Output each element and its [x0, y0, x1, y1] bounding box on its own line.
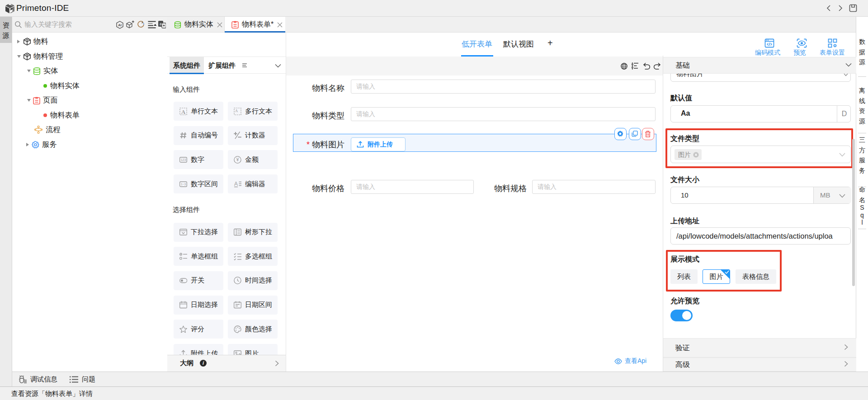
svg-text:123: 123 — [181, 158, 186, 161]
svg-text:A: A — [181, 108, 185, 115]
svg-text:1~3: 1~3 — [181, 183, 186, 186]
svg-text:AI: AI — [118, 23, 122, 27]
svg-text:a: a — [160, 22, 162, 26]
svg-text:¥: ¥ — [236, 157, 239, 162]
svg-text:A: A — [235, 108, 238, 113]
svg-text:A: A — [234, 181, 238, 187]
